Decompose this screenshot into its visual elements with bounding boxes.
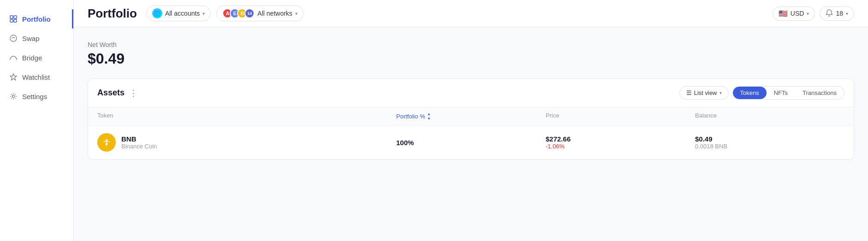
balance-usd: $0.49	[695, 135, 844, 143]
all-accounts-label: All accounts	[165, 10, 200, 17]
accounts-chevron-icon: ▾	[202, 11, 205, 16]
svg-point-4	[10, 35, 17, 41]
token-full-name: Binance Coin	[121, 143, 157, 150]
svg-point-8	[12, 95, 15, 98]
balance-amount: 0.0018 BNB	[695, 143, 844, 150]
col-balance: Balance	[695, 112, 844, 121]
sidebar-item-portfolio-label: Portfolio	[22, 15, 51, 23]
sidebar: Portfolio Swap Bridge Watchlist	[0, 0, 74, 241]
sidebar-item-swap-label: Swap	[22, 35, 40, 42]
bridge-icon	[9, 53, 18, 62]
token-cell: BNB Binance Coin	[97, 133, 396, 152]
price-value: $272.66	[546, 135, 695, 143]
list-view-button[interactable]: ☰ List view ▾	[679, 86, 729, 100]
svg-rect-0	[10, 16, 13, 18]
table-row[interactable]: BNB Binance Coin 100% $272.66 -1.06% $0.…	[88, 126, 854, 159]
sort-arrows-icon: ▲▼	[427, 112, 431, 121]
price-cell: $272.66 -1.06%	[546, 135, 695, 150]
net-worth-label: Net Worth	[88, 41, 854, 48]
assets-title: Assets	[97, 88, 125, 98]
swap-icon	[9, 34, 18, 42]
assets-header: Assets ⋮ ☰ List view ▾ Tokens NFTs Trans…	[88, 79, 854, 107]
col-price: Price	[546, 112, 695, 121]
currency-chevron-icon: ▾	[807, 11, 809, 16]
header: Portfolio 🌐 All accounts ▾ A E B 14 All …	[74, 0, 868, 27]
col-portfolio-pct[interactable]: Portfolio % ▲▼	[396, 112, 546, 121]
watchlist-icon	[9, 73, 18, 81]
all-networks-button[interactable]: A E B 14 All networks ▾	[216, 6, 303, 21]
sidebar-item-portfolio[interactable]: Portfolio	[0, 9, 73, 29]
token-symbol: BNB	[121, 135, 157, 143]
sidebar-item-watchlist-label: Watchlist	[22, 73, 50, 81]
bnb-token-icon	[97, 133, 116, 152]
flag-icon: 🇺🇸	[779, 9, 788, 18]
svg-rect-1	[14, 16, 17, 18]
settings-icon	[9, 92, 18, 100]
assets-section: Assets ⋮ ☰ List view ▾ Tokens NFTs Trans…	[88, 78, 854, 160]
portfolio-pct-value: 100%	[396, 139, 546, 147]
page-title: Portfolio	[88, 6, 137, 21]
sidebar-item-bridge-label: Bridge	[22, 54, 42, 62]
tab-tokens[interactable]: Tokens	[733, 87, 767, 99]
all-networks-label: All networks	[257, 10, 292, 17]
col-token: Token	[97, 112, 396, 121]
body-content: Net Worth $0.49 Assets ⋮ ☰ List view ▾ T…	[74, 27, 868, 169]
assets-menu-button[interactable]: ⋮	[129, 89, 137, 97]
list-view-label: List view	[694, 89, 717, 96]
notif-chevron-icon: ▾	[846, 11, 848, 16]
assets-header-controls: ☰ List view ▾ Tokens NFTs Transactions	[679, 86, 844, 100]
sidebar-item-bridge[interactable]: Bridge	[0, 48, 73, 67]
svg-rect-3	[14, 19, 17, 22]
account-globe-icon: 🌐	[152, 8, 162, 18]
net-worth-value: $0.49	[88, 50, 854, 67]
main-content: Portfolio 🌐 All accounts ▾ A E B 14 All …	[74, 0, 868, 241]
table-header: Token Portfolio % ▲▼ Price Balance	[88, 107, 854, 126]
sidebar-item-settings-label: Settings	[22, 93, 47, 100]
notif-count: 18	[836, 10, 843, 17]
balance-cell: $0.49 0.0018 BNB	[695, 135, 844, 150]
svg-marker-7	[10, 74, 17, 80]
notifications-button[interactable]: 18 ▾	[820, 6, 854, 21]
tab-transactions[interactable]: Transactions	[795, 87, 844, 99]
sidebar-item-settings[interactable]: Settings	[0, 87, 73, 106]
currency-label: USD	[791, 10, 804, 17]
sidebar-item-swap[interactable]: Swap	[0, 29, 73, 48]
currency-selector[interactable]: 🇺🇸 USD ▾	[773, 6, 815, 21]
networks-chevron-icon: ▾	[295, 11, 297, 16]
all-accounts-button[interactable]: 🌐 All accounts ▾	[146, 6, 211, 21]
header-right: 🇺🇸 USD ▾ 18 ▾	[773, 6, 854, 21]
sidebar-item-watchlist[interactable]: Watchlist	[0, 67, 73, 87]
list-view-chevron-icon: ▾	[719, 90, 722, 95]
network-count-icon: 14	[244, 8, 255, 18]
svg-rect-2	[10, 19, 13, 22]
view-tabs: Tokens NFTs Transactions	[732, 86, 844, 100]
list-icon: ☰	[686, 89, 692, 96]
portfolio-icon	[9, 15, 18, 23]
bell-icon	[826, 9, 833, 18]
price-change: -1.06%	[546, 143, 695, 150]
tab-nfts[interactable]: NFTs	[767, 87, 795, 99]
token-info: BNB Binance Coin	[121, 135, 157, 150]
network-icons-cluster: A E B 14	[222, 8, 255, 18]
